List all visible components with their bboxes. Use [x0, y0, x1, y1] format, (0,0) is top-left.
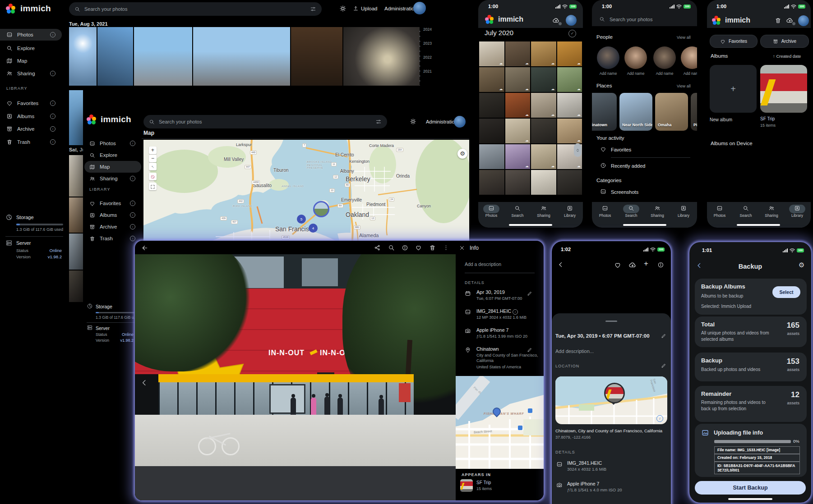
edit-date-pencil-icon[interactable] [661, 333, 666, 339]
sheet-drag-handle[interactable] [605, 321, 617, 322]
start-backup-button[interactable]: Start Backup [695, 481, 806, 495]
tab-sharing[interactable]: Sharing [644, 204, 670, 218]
back-arrow-icon[interactable] [141, 244, 148, 252]
screenshots-row[interactable]: Screenshots [611, 189, 638, 195]
photo-thumbnail[interactable] [531, 119, 556, 143]
sidebar-item-sharing[interactable]: Sharing i [83, 173, 142, 184]
settings-gear-icon[interactable]: ⚙ [799, 261, 804, 269]
photo-thumbnail[interactable] [557, 119, 582, 143]
place-tile[interactable]: Near North Side [619, 93, 652, 131]
timeline-scrubber-handle[interactable] [574, 143, 582, 157]
location-map-thumbnail[interactable]: FISHERMAN'S WHARF Beach Street Pier 45 [456, 376, 544, 469]
favorites-row[interactable]: Favorites [611, 147, 631, 152]
search-filters-icon[interactable] [375, 119, 382, 125]
people-view-all-link[interactable]: View all [677, 35, 691, 40]
photo-thumbnail[interactable] [479, 41, 504, 66]
zoom-icon[interactable] [388, 244, 395, 251]
photo-thumbnail[interactable] [557, 41, 582, 66]
map-zoom-out-button[interactable]: − [149, 155, 157, 162]
photo-thumbnail[interactable] [531, 170, 556, 195]
search-input[interactable]: Search your photos [599, 16, 652, 22]
photo-thumbnail[interactable] [531, 67, 556, 92]
sidebar-item-explore[interactable]: Explore [83, 149, 142, 161]
sidebar-item-trash[interactable]: Trash i [83, 233, 142, 244]
album-name[interactable]: SF Trip [760, 116, 775, 121]
home-indicator[interactable] [728, 498, 772, 500]
photo-thumbnail[interactable] [505, 119, 531, 143]
tab-photos[interactable]: Photos [478, 204, 504, 218]
albums-sort-button[interactable]: ↑ Created date [773, 54, 801, 59]
map-cluster-marker[interactable]: 4 [309, 224, 318, 233]
photo-thumbnail[interactable] [479, 119, 504, 143]
archive-pill-button[interactable]: Archive [760, 35, 809, 48]
tab-photos[interactable]: Photos [592, 204, 618, 218]
places-view-all-link[interactable]: View all [677, 84, 691, 88]
photo-thumbnail[interactable] [531, 144, 556, 169]
sidebar-item-archive[interactable]: Archive i [83, 221, 142, 233]
sidebar-item-favorites[interactable]: Favorites i [0, 97, 62, 109]
edit-date-pencil-icon[interactable] [527, 291, 532, 296]
map-cluster-marker[interactable]: 5 [297, 215, 306, 224]
sidebar-item-explore[interactable]: Explore [0, 42, 62, 54]
person-face[interactable] [681, 46, 697, 69]
photo-main[interactable]: IN-N-OUT IN-N-OUT 333 [135, 254, 456, 500]
add-to-album-plus-icon[interactable]: + [644, 259, 648, 268]
tab-sharing[interactable]: Sharing [758, 204, 785, 218]
map-compass-button[interactable]: ↑ [149, 163, 157, 170]
photo-thumbnail[interactable] [557, 67, 582, 92]
map-settings-button[interactable]: ⚙ [457, 149, 467, 159]
add-description-field[interactable]: Add description... [555, 348, 594, 354]
album-name-link[interactable]: SF Trip [476, 480, 491, 485]
photo-thumbnail[interactable] [134, 27, 192, 86]
person-face[interactable] [597, 46, 619, 69]
search-input[interactable]: Search your photos [143, 115, 387, 128]
info-icon[interactable] [657, 261, 664, 268]
sidebar-item-albums[interactable]: Albums i [0, 110, 62, 122]
trash-icon[interactable] [429, 244, 436, 251]
share-icon[interactable] [374, 244, 381, 251]
map-info-icon[interactable]: i [656, 415, 663, 422]
sidebar-item-favorites[interactable]: Favorites i [83, 197, 142, 209]
photo-thumbnail[interactable] [69, 234, 83, 270]
edit-location-pencil-icon[interactable] [661, 363, 666, 368]
photo-thumbnail[interactable] [505, 93, 531, 118]
tab-library[interactable]: Library [670, 204, 697, 218]
photo-thumbnail[interactable] [531, 93, 556, 118]
photo-thumbnail[interactable] [505, 41, 531, 66]
photo-thumbnail[interactable] [97, 27, 133, 86]
cloud-download-icon[interactable] [628, 261, 637, 269]
photo-thumbnail[interactable] [479, 144, 504, 169]
photo-thumbnail[interactable] [557, 170, 582, 195]
sidebar-item-albums[interactable]: Albums i [83, 209, 142, 221]
add-name-link[interactable]: Add name [624, 71, 647, 76]
sidebar-item-map[interactable]: Map [84, 161, 141, 173]
recently-added-row[interactable]: Recently added [611, 163, 645, 169]
photo-thumbnail[interactable] [69, 90, 83, 145]
map-zoom-in-button[interactable]: + [149, 147, 157, 154]
photo-thumbnail[interactable] [69, 270, 83, 302]
photo-thumbnail[interactable] [193, 27, 290, 86]
photo-thumbnail[interactable] [291, 27, 342, 86]
app-logo[interactable]: immich [87, 115, 131, 124]
place-tile[interactable]: Omaha [655, 93, 688, 131]
home-indicator[interactable] [509, 224, 552, 226]
album-cover-tile[interactable] [760, 65, 807, 113]
theme-toggle-sun-icon[interactable] [339, 5, 346, 12]
sidebar-item-trash[interactable]: Trash i [0, 136, 62, 148]
photo-thumbnail[interactable] [479, 93, 504, 118]
back-chevron-icon[interactable] [557, 261, 564, 268]
more-options-icon[interactable] [443, 244, 449, 251]
tab-photos[interactable]: Photos [707, 204, 733, 218]
tab-sharing[interactable]: Sharing [531, 204, 557, 218]
favorite-heart-icon[interactable] [415, 244, 422, 251]
new-album-tile[interactable]: + [710, 65, 757, 113]
photo-thumbnail[interactable] [69, 155, 83, 197]
trash-icon[interactable] [775, 17, 781, 24]
search-input[interactable]: Search your photos [69, 2, 322, 16]
sidebar-item-sharing[interactable]: Sharing i [0, 68, 62, 79]
tab-library[interactable]: Library [557, 204, 583, 218]
photo-thumbnail[interactable] [479, 170, 504, 195]
administration-link[interactable]: Administration [426, 119, 457, 124]
map-photo-marker[interactable] [313, 201, 329, 217]
place-tile[interactable]: Chinatown [592, 93, 617, 131]
